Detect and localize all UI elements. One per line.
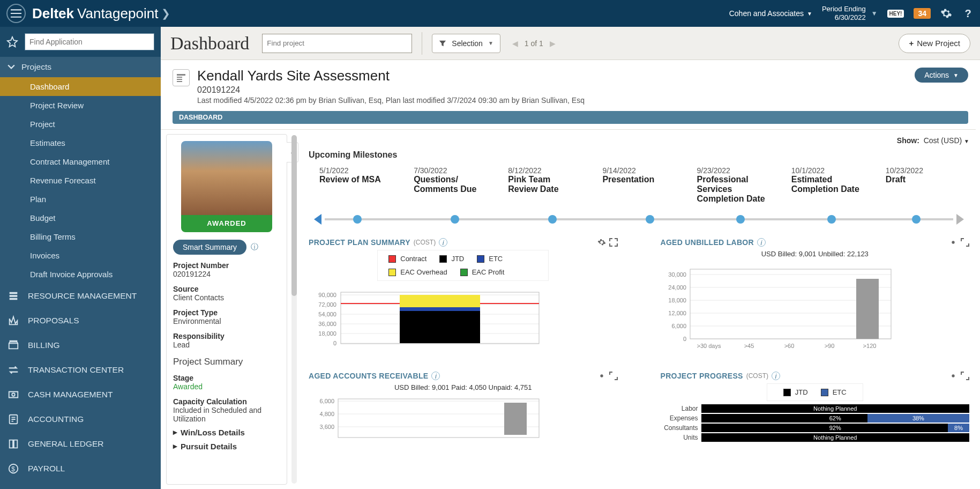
status-badge: AWARDED: [181, 215, 272, 232]
hey-badge[interactable]: HEY!: [887, 10, 904, 18]
gear-icon[interactable]: [597, 238, 606, 247]
timeline-next[interactable]: [956, 214, 964, 225]
expand-icon[interactable]: [961, 372, 969, 380]
nav-accounting[interactable]: ACCOUNTING: [0, 407, 161, 432]
period-dropdown[interactable]: Period Ending 6/30/2022 ▼: [822, 5, 878, 21]
svg-text:>120: >120: [863, 343, 876, 349]
info-icon[interactable]: i: [431, 372, 440, 380]
info-panel: ‹ AWARDED Smart Summary ⓘ Project Number…: [166, 134, 287, 485]
help-icon[interactable]: ?: [962, 8, 974, 19]
show-selector[interactable]: Show: Cost (USD) ▼: [309, 134, 969, 147]
unbilled-status: USD Billed: 9,001 Unbilled: 22,123: [661, 250, 970, 258]
star-icon[interactable]: [6, 36, 18, 48]
new-project-button[interactable]: + New Project: [899, 34, 970, 53]
record-position: 1 of 1: [525, 39, 543, 48]
nav-proposals[interactable]: PROPOSALS: [0, 308, 161, 333]
sidebar-item-budget[interactable]: Budget: [0, 209, 161, 227]
smart-summary-button[interactable]: Smart Summary: [173, 240, 246, 255]
progress-row: Expenses38%62%: [661, 414, 970, 423]
sidebar-item-draft-invoice-approvals[interactable]: Draft Invoice Approvals: [0, 265, 161, 284]
info-icon[interactable]: i: [757, 238, 766, 247]
caret-down-icon: ▼: [964, 138, 969, 144]
info-icon[interactable]: ⓘ: [251, 242, 258, 252]
nav-general-ledger[interactable]: GENERAL LEDGER: [0, 432, 161, 456]
label-source: Source: [173, 285, 280, 293]
label-stage: Stage: [173, 374, 280, 382]
timeline-prev[interactable]: [314, 214, 321, 225]
hamburger-menu[interactable]: [6, 4, 26, 23]
info-icon[interactable]: i: [772, 372, 780, 380]
sidebar-item-dashboard[interactable]: Dashboard: [0, 77, 161, 96]
svg-text:3,600: 3,600: [319, 424, 334, 430]
milestone-item: 8/12/2022Pink Team Review Date: [508, 166, 581, 204]
project-icon: [173, 69, 190, 86]
gear-icon[interactable]: [949, 238, 957, 247]
svg-rect-6: [177, 77, 182, 78]
gear-icon[interactable]: [597, 372, 606, 380]
svg-rect-25: [400, 295, 480, 307]
svg-rect-39: [856, 279, 879, 339]
selection-dropdown[interactable]: Selection ▼: [432, 34, 500, 53]
svg-point-1: [12, 393, 15, 396]
scrollbar[interactable]: [291, 135, 297, 484]
sidebar-item-estimates[interactable]: Estimates: [0, 134, 161, 152]
sidebar-item-invoices[interactable]: Invoices: [0, 246, 161, 265]
charts-area: Show: Cost (USD) ▼ Upcoming Milestones 5…: [287, 130, 980, 489]
svg-text:>90: >90: [824, 343, 834, 349]
card-aged-ar: AGED ACCOUNTS RECEIVABLE i USD Billed: 9…: [309, 372, 618, 444]
nav-transaction-center[interactable]: TRANSACTION CENTER: [0, 358, 161, 382]
pursuit-expand[interactable]: ▸Pursuit Details: [173, 441, 280, 451]
expand-icon[interactable]: [609, 372, 618, 380]
nav-cash-management[interactable]: CASH MANAGEMENT: [0, 382, 161, 407]
find-application-input[interactable]: [25, 33, 154, 50]
sidebar-item-contract-management[interactable]: Contract Management: [0, 152, 161, 171]
svg-text:4,800: 4,800: [319, 411, 334, 417]
nav-payroll[interactable]: $PAYROLL: [0, 456, 161, 481]
sidebar-item-revenue-forecast[interactable]: Revenue Forecast: [0, 171, 161, 190]
caret-down-icon: ▼: [807, 11, 812, 17]
sidebar-item-billing-terms[interactable]: Billing Terms: [0, 227, 161, 246]
project-thumbnail: AWARDED: [181, 141, 272, 232]
expand-icon[interactable]: [609, 238, 618, 247]
svg-text:18,000: 18,000: [668, 297, 686, 303]
find-project-input[interactable]: [262, 34, 412, 53]
gear-icon[interactable]: [940, 8, 952, 19]
notification-count[interactable]: 34: [914, 8, 931, 19]
winloss-expand[interactable]: ▸Win/Loss Details: [173, 427, 280, 437]
gear-icon[interactable]: [949, 372, 957, 380]
topbar: Deltek Vantagepoint ❯ Cohen and Associat…: [0, 0, 980, 27]
milestone-timeline[interactable]: [314, 211, 964, 227]
nav-billing[interactable]: BILLING: [0, 333, 161, 358]
nav-section-projects[interactable]: Projects: [0, 57, 161, 77]
nav-prev[interactable]: ◀: [510, 37, 520, 50]
label-project-number: Project Number: [173, 261, 280, 270]
project-name: Kendall Yards Site Assessment: [197, 68, 907, 84]
actions-dropdown[interactable]: Actions ▼: [915, 68, 968, 83]
milestones-heading: Upcoming Milestones: [309, 150, 969, 160]
milestone-item: 10/1/2022Estimated Completion Date: [791, 166, 864, 204]
milestone-item: 5/1/2022Review of MSA: [319, 166, 392, 204]
svg-rect-5: [177, 74, 185, 76]
org-dropdown[interactable]: Cohen and Associates ▼: [729, 9, 812, 18]
expand-icon[interactable]: [961, 238, 969, 247]
svg-rect-52: [504, 403, 527, 435]
sidebar-item-plan[interactable]: Plan: [0, 190, 161, 209]
value-source: Client Contacts: [173, 293, 280, 302]
milestone-item: 9/14/2022Presentation: [602, 166, 675, 204]
dashboard-chip[interactable]: DASHBOARD: [173, 111, 968, 124]
nav-next[interactable]: ▶: [548, 37, 558, 50]
project-number: 020191224: [197, 85, 907, 95]
unbilled-chart: 06,00012,00018,00024,00030,000 >30 days>…: [661, 261, 896, 352]
sidebar-item-project-review[interactable]: Project Review: [0, 96, 161, 115]
svg-text:$: $: [11, 465, 15, 473]
info-icon[interactable]: i: [439, 238, 447, 247]
project-header: Kendall Yards Site Assessment 020191224 …: [161, 60, 980, 110]
sidebar-item-project[interactable]: Project: [0, 115, 161, 134]
chevron-right-icon: ▸: [173, 441, 177, 451]
card-aged-unbilled: AGED UNBILLED LABOR i USD Billed: 9,001 …: [661, 238, 970, 355]
toolbar: Dashboard Selection ▼ ◀ 1 of 1 ▶ + New P…: [161, 27, 980, 60]
chevron-right-icon: ▸: [173, 427, 177, 437]
value-capacity: Included in Scheduled and Utilization: [173, 406, 280, 423]
nav-resource-management[interactable]: RESOURCE MANAGEMENT: [0, 284, 161, 308]
ar-status: USD Billed: 9,001 Paid: 4,050 Unpaid: 4,…: [309, 383, 618, 391]
